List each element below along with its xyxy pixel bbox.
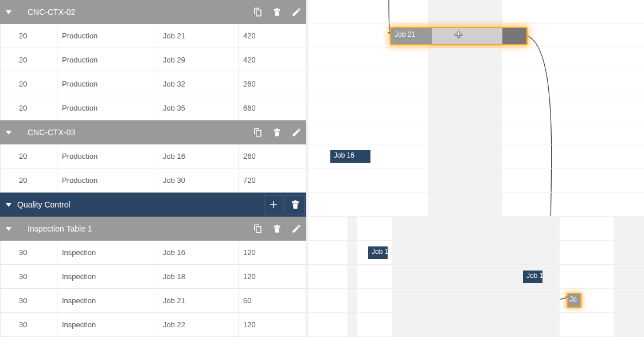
delete-button[interactable]: [267, 0, 287, 24]
table-row[interactable]: 20 Production Job 21 420: [0, 24, 306, 48]
cell-type: Production: [57, 144, 158, 168]
cell-job: Job 22: [158, 313, 239, 337]
calendar-shade: [306, 241, 309, 264]
cell-type: Inspection: [57, 241, 158, 265]
gantt-bar[interactable]: Job 16: [330, 150, 370, 163]
calendar-shade: [614, 241, 644, 264]
table-row[interactable]: 20 Production Job 16 260: [0, 144, 306, 168]
cell-job: Job 32: [158, 72, 239, 96]
calendar-shade: [428, 48, 502, 72]
calendar-shade: [392, 217, 560, 240]
gantt-bar-label: Job 16: [334, 151, 354, 159]
calendar-shade: [392, 313, 560, 336]
calendar-shade: [614, 265, 644, 288]
cell-job: Job 21: [158, 24, 239, 48]
section-header[interactable]: Quality Control: [0, 193, 306, 217]
table-row[interactable]: 30 Inspection Job 22 120: [0, 313, 306, 337]
gantt-row[interactable]: [306, 193, 644, 217]
cell-op: 30: [0, 265, 57, 289]
table-row[interactable]: 20 Production Job 35 660: [0, 96, 306, 120]
gantt-row[interactable]: [306, 313, 644, 337]
edit-button[interactable]: [287, 120, 306, 144]
copy-button[interactable]: [248, 0, 267, 24]
add-button[interactable]: [264, 195, 283, 214]
machine-header[interactable]: Inspection Table 1: [0, 217, 306, 241]
gantt-row[interactable]: [306, 0, 644, 24]
cell-type: Production: [57, 72, 158, 96]
gantt-row[interactable]: [306, 48, 644, 72]
gantt-row[interactable]: [306, 72, 644, 96]
calendar-shade: [306, 120, 309, 144]
gantt-bar[interactable]: Job 1: [368, 246, 388, 259]
cell-op: 20: [0, 144, 57, 168]
cell-duration: 420: [239, 48, 306, 72]
edit-button[interactable]: [287, 217, 306, 241]
table-row[interactable]: 30 Inspection Job 16 120: [0, 241, 306, 265]
calendar-shade: [306, 48, 309, 72]
calendar-shade: [348, 313, 357, 336]
cell-duration: 420: [239, 24, 306, 48]
calendar-shade: [428, 120, 502, 144]
gantt-row[interactable]: [306, 96, 644, 120]
table-row[interactable]: 20 Production Job 30 720: [0, 168, 306, 193]
gantt-row[interactable]: Job 1: [306, 265, 644, 289]
gantt-row[interactable]: Job 21: [306, 24, 644, 48]
table-row[interactable]: 20 Production Job 29 420: [0, 48, 306, 72]
copy-button[interactable]: [248, 217, 267, 241]
cell-job: Job 21: [158, 289, 239, 313]
cell-duration: 260: [239, 144, 306, 168]
cell-type: Production: [57, 96, 158, 120]
copy-button[interactable]: [248, 120, 267, 144]
calendar-shade: [306, 168, 309, 192]
cell-duration: 660: [239, 96, 306, 120]
chevron-down-icon: [6, 10, 11, 14]
gantt-bar-label: Jo: [569, 295, 577, 303]
cell-type: Inspection: [57, 313, 158, 337]
calendar-shade: [306, 217, 309, 240]
cell-job: Job 29: [158, 48, 239, 72]
calendar-shade: [428, 72, 502, 96]
table-row[interactable]: 20 Production Job 32 260: [0, 72, 306, 96]
gantt-row[interactable]: [306, 168, 644, 193]
calendar-shade: [428, 96, 502, 120]
machine-header[interactable]: CNC-CTX-03: [0, 120, 306, 144]
chevron-down-icon: [6, 227, 11, 231]
cell-duration: 60: [239, 289, 306, 313]
calendar-shade: [306, 0, 309, 23]
gantt-bar[interactable]: Job 1: [523, 271, 542, 283]
table-row[interactable]: 30 Inspection Job 21 60: [0, 289, 306, 313]
cell-op: 20: [0, 24, 57, 48]
calendar-shade: [614, 313, 644, 336]
edit-button[interactable]: [287, 0, 306, 24]
calendar-shade: [306, 289, 309, 312]
calendar-shade: [306, 96, 309, 120]
gantt-row[interactable]: Jo: [306, 289, 644, 313]
machine-header[interactable]: CNC-CTX-02: [0, 0, 306, 24]
calendar-shade: [428, 0, 502, 23]
gantt-row[interactable]: [306, 217, 644, 241]
gantt-bar-dragging[interactable]: Job 21: [391, 28, 526, 44]
calendar-shade: [348, 289, 357, 312]
gantt-bar-label: Job 1: [372, 248, 388, 256]
calendar-shade: [306, 72, 309, 96]
gantt-row[interactable]: Job 16: [306, 144, 644, 168]
cell-op: 30: [0, 313, 57, 337]
gantt-row[interactable]: Job 1: [306, 241, 644, 265]
calendar-shade: [614, 217, 644, 240]
calendar-shade: [392, 241, 560, 264]
cell-type: Production: [57, 168, 158, 193]
delete-button[interactable]: [267, 120, 287, 144]
delete-button[interactable]: [267, 217, 287, 241]
calendar-shade: [348, 217, 357, 240]
cell-op: 20: [0, 168, 57, 193]
delete-button[interactable]: [286, 195, 305, 214]
cell-duration: 720: [239, 168, 306, 193]
cell-job: Job 35: [158, 96, 239, 120]
gantt-row[interactable]: [306, 120, 644, 144]
table-row[interactable]: 30 Inspection Job 18 120: [0, 265, 306, 289]
gantt-bar-label: Job 21: [395, 30, 415, 38]
calendar-shade: [428, 144, 502, 168]
cell-op: 20: [0, 96, 57, 120]
gantt-bar-target[interactable]: Jo: [568, 294, 580, 307]
cell-op: 30: [0, 241, 57, 265]
